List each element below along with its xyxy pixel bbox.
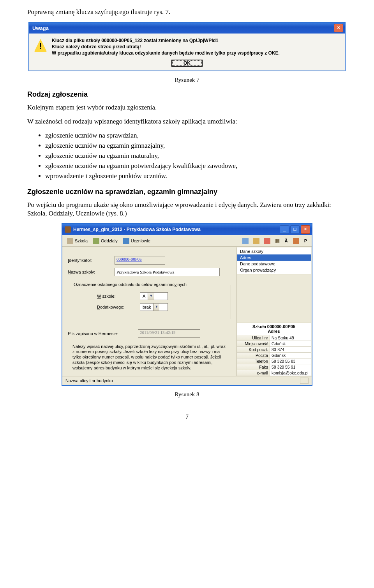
menu-organ[interactable]: Organ prowadzący (237, 267, 311, 273)
dialog-line-2: Klucz należy dobrze strzec przed utratą! (52, 44, 341, 50)
dialog-line-3: W przypadku zgubienia/utraty klucza odzy… (52, 50, 341, 56)
addr-key: Faks (237, 364, 270, 370)
ident-field[interactable]: 000000-00P05 (115, 256, 165, 265)
building-icon (67, 238, 73, 244)
dialog-line-1: Klucz dla pliku szkoły 000000-00P05_122 … (52, 37, 341, 44)
dodatk-combo[interactable]: brak ▼ (140, 303, 168, 311)
window-title: Hermes_sp_gim_2012 - Przykładowa Szkoła … (73, 227, 279, 232)
p3: Po wejściu do programu ukaże się okno um… (27, 201, 347, 218)
toolbar-icon-2[interactable] (253, 238, 259, 244)
wszkole-label: W szkole: (97, 294, 140, 298)
window-titlebar: Hermes_sp_gim_2012 - Przykładowa Szkoła … (62, 224, 312, 235)
maximize-icon[interactable]: □ (290, 225, 300, 234)
addr-heading: Szkoła 000000-00P05 Adres (237, 323, 311, 335)
status-bar: Nazwa ulicy i nr budynku (62, 376, 312, 385)
tab-oddzialy[interactable]: Oddziały (91, 237, 120, 245)
warning-icon (34, 39, 47, 52)
section-zgloszenie: Zgłoszenie uczniów na sprawdzian, egzami… (27, 188, 347, 196)
addr-val[interactable]: 58 320 55 83 (270, 358, 311, 364)
binoculars-icon[interactable]: ▦ (275, 238, 280, 244)
addr-val[interactable]: 80-874 (270, 347, 311, 352)
list-item: zgłoszenie uczniów na sprawdzian, (45, 131, 347, 140)
menu-dane-podstawowe[interactable]: Dane podstawowe (237, 261, 311, 267)
tab-label: Szkoła (75, 238, 88, 243)
list-item: zgłoszenie uczniów na egzamin potwierdza… (45, 162, 347, 171)
menu-adres[interactable]: Adres (237, 254, 311, 261)
page-number: 7 (27, 413, 347, 420)
addr-val[interactable]: 58 320 55 91 (270, 364, 311, 370)
bullet-list: zgłoszenie uczniów na sprawdzian, zgłosz… (27, 131, 347, 181)
list-item: zgłoszenie uczniów na egzamin maturalny, (45, 152, 347, 161)
list-item: wprowadzenie i zgłoszenie punktów ucznió… (45, 172, 347, 181)
figure-8-caption: Rysunek 8 (27, 391, 347, 398)
dodatk-label: Dodatkowego: (97, 305, 140, 309)
combo-value: brak (140, 305, 153, 309)
tab-uczniowie[interactable]: Uczniowie (121, 237, 153, 245)
oddzial-fieldset: Oznaczenie ostatniego oddziału do celów … (68, 285, 231, 319)
dialog-titlebar: Uwaga × (29, 23, 345, 34)
dialog-title: Uwaga (32, 25, 334, 31)
resize-grip[interactable] (300, 378, 309, 384)
toolbar-a[interactable]: Ä (285, 238, 288, 243)
p1: Kolejnym etapem jest wybór rodzaju zgłos… (27, 103, 347, 112)
addr-key: Kod poczt. (237, 347, 270, 352)
addr-key: Poczta (237, 353, 270, 358)
nazwa-label: Nazwa szkoły: (68, 270, 115, 274)
tab-szkola[interactable]: Szkoła (65, 237, 90, 245)
combo-value: A (140, 294, 148, 298)
nazwa-field[interactable] (115, 268, 220, 276)
section-rodzaj: Rodzaj zgłoszenia (27, 90, 347, 99)
toolbar-icon-1[interactable] (242, 238, 249, 244)
close-icon[interactable]: × (301, 225, 310, 234)
status-text: Nazwa ulicy i nr budynku (65, 378, 113, 383)
list-item: zgłoszenie uczniów na egzamin gimnazjaln… (45, 141, 347, 150)
toolbar-icon-3[interactable] (264, 238, 270, 244)
app-icon (65, 226, 71, 233)
close-icon[interactable]: × (334, 24, 343, 32)
side-panel: Dane szkoły Adres Dane podstawowe Organ … (236, 247, 311, 376)
warning-dialog: Uwaga × Klucz dla pliku szkoły 000000-00… (28, 22, 346, 71)
chevron-down-icon[interactable]: ▼ (148, 293, 154, 300)
addr-key: Miejscowość (237, 341, 270, 346)
oddzialy-icon (93, 238, 99, 244)
uczniowie-icon (123, 238, 129, 244)
minimize-icon[interactable]: _ (280, 225, 289, 234)
address-grid: Ulica i nrNa Stoku 49 MiejscowośćGdańsk … (237, 335, 311, 376)
ident-label: Identyfikator: (68, 258, 115, 263)
addr-val[interactable]: Gdańsk (270, 341, 311, 346)
intro-line: Poprawną zmianę klucza szyfrującego ilus… (27, 8, 347, 16)
figure-7-caption: Rysunek 7 (27, 77, 347, 83)
tab-label: Oddziały (101, 238, 118, 243)
addr-key: e-mail (237, 370, 270, 376)
toolbar-p[interactable]: P (304, 238, 307, 243)
addr-key: Ulica i nr (237, 335, 270, 341)
toolbar: Szkoła Oddziały Uczniowie ▦ Ä P (62, 235, 312, 247)
ok-button[interactable]: OK (171, 60, 203, 67)
book-icon[interactable] (293, 238, 299, 244)
addr-val[interactable]: Gdańsk (270, 353, 311, 358)
plik-field: 2011/09/21 13:42:19 (138, 329, 200, 338)
tab-label: Uczniowie (131, 238, 150, 243)
side-menu: Dane szkoły Adres Dane podstawowe Organ … (237, 247, 311, 274)
help-note: Należy wpisać nazwę ulicy, poprzedzoną z… (68, 341, 231, 374)
form-panel: Identyfikator: 000000-00P05 Nazwa szkoły… (62, 247, 236, 376)
fieldset-legend: Oznaczenie ostatniego oddziału do celów … (72, 282, 188, 287)
addr-val[interactable]: komisja@oke.gda.pl (270, 370, 311, 376)
wszkole-combo[interactable]: A ▼ (140, 292, 168, 300)
dialog-message: Klucz dla pliku szkoły 000000-00P05_122 … (52, 37, 341, 57)
menu-dane-szkoly[interactable]: Dane szkoły (237, 248, 311, 254)
addr-key: Telefon (237, 358, 270, 364)
hermes-window: Hermes_sp_gim_2012 - Przykładowa Szkoła … (62, 223, 312, 386)
plik-label: Plik zapisano w Hermesie: (68, 331, 138, 336)
p2: W zależności od rodzaju wpisanego identy… (27, 117, 347, 126)
chevron-down-icon[interactable]: ▼ (153, 304, 159, 311)
addr-val[interactable]: Na Stoku 49 (270, 335, 311, 341)
